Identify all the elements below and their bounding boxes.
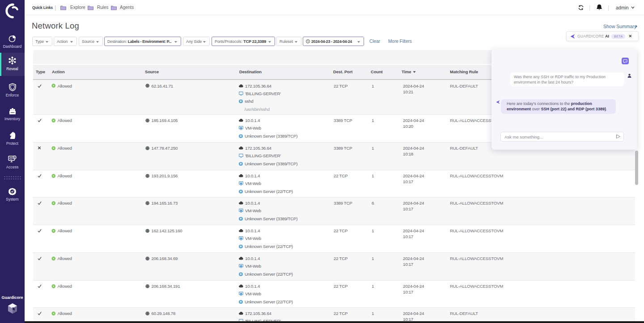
svg-text:@: @ bbox=[13, 156, 16, 159]
